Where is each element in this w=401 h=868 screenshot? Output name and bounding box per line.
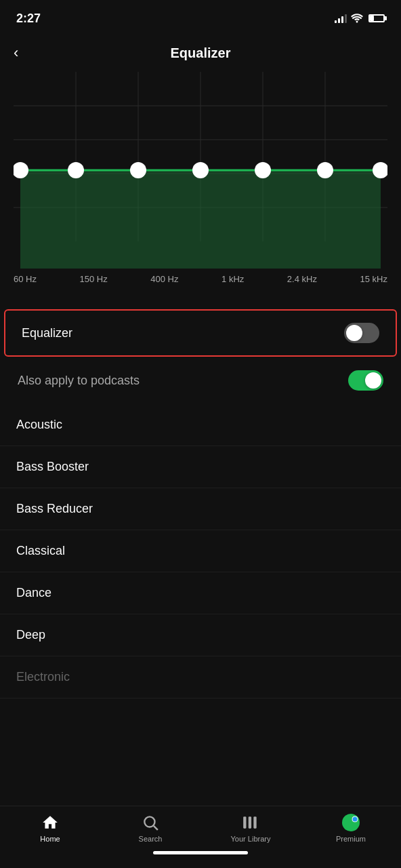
svg-rect-20 [249, 816, 251, 828]
svg-marker-9 [20, 170, 381, 269]
wifi-icon [351, 14, 363, 23]
equalizer-toggle-knob [346, 325, 362, 341]
nav-label-search: Search [139, 835, 163, 843]
preset-acoustic[interactable]: Acoustic [0, 404, 401, 446]
freq-150hz: 150 Hz [80, 274, 108, 284]
svg-point-24 [353, 817, 358, 822]
freq-60hz: 60 Hz [14, 274, 37, 284]
svg-rect-21 [253, 816, 256, 828]
svg-line-18 [154, 826, 158, 830]
freq-15khz: 15 kHz [360, 274, 387, 284]
home-icon [41, 813, 60, 832]
podcasts-toggle-label: Also apply to podcasts [18, 374, 140, 388]
svg-point-13 [192, 162, 209, 178]
premium-icon [341, 813, 360, 832]
svg-point-14 [255, 162, 271, 178]
battery-icon [368, 14, 385, 22]
bottom-nav: Home Search Your Library [0, 806, 401, 868]
back-button[interactable]: ‹ [14, 44, 18, 62]
svg-rect-19 [243, 816, 246, 828]
nav-label-home: Home [40, 835, 60, 843]
eq-chart[interactable] [14, 72, 387, 269]
nav-item-library[interactable]: Your Library [200, 813, 301, 843]
settings-section: Equalizer Also apply to podcasts [0, 309, 401, 404]
signal-icon [335, 14, 347, 23]
nav-item-home[interactable]: Home [0, 813, 100, 843]
nav-label-library: Your Library [231, 835, 271, 843]
eq-frequency-labels: 60 Hz 150 Hz 400 Hz 1 kHz 2.4 kHz 15 kHz [14, 269, 387, 284]
equalizer-toggle-row[interactable]: Equalizer [4, 309, 397, 357]
search-icon [141, 813, 160, 832]
preset-bass-reducer[interactable]: Bass Reducer [0, 488, 401, 530]
nav-item-premium[interactable]: Premium [301, 813, 401, 843]
preset-classical[interactable]: Classical [0, 530, 401, 572]
preset-deep[interactable]: Deep [0, 614, 401, 656]
freq-400hz: 400 Hz [150, 274, 178, 284]
nav-items: Home Search Your Library [0, 813, 401, 843]
status-time: 2:27 [16, 12, 41, 26]
equalizer-toggle-switch[interactable] [344, 323, 379, 343]
eq-chart-container: 60 Hz 150 Hz 400 Hz 1 kHz 2.4 kHz 15 kHz [0, 72, 401, 302]
header: ‹ Equalizer [0, 34, 401, 72]
preset-electronic[interactable]: Electronic [0, 656, 401, 698]
svg-point-11 [68, 162, 84, 178]
eq-svg [14, 72, 387, 269]
preset-bass-booster[interactable]: Bass Booster [0, 446, 401, 488]
nav-label-premium: Premium [336, 835, 366, 843]
page-title: Equalizer [171, 45, 231, 61]
podcasts-toggle-switch[interactable] [348, 370, 383, 391]
svg-point-12 [130, 162, 146, 178]
equalizer-toggle-label: Equalizer [22, 326, 72, 340]
freq-2.4khz: 2.4 kHz [287, 274, 317, 284]
status-icons [335, 14, 385, 23]
preset-dance[interactable]: Dance [0, 572, 401, 614]
podcasts-toggle-knob [365, 372, 381, 389]
library-icon [241, 813, 260, 832]
home-indicator [153, 851, 248, 854]
svg-point-17 [144, 816, 154, 827]
status-bar: 2:27 [0, 0, 401, 34]
preset-list: Acoustic Bass Booster Bass Reducer Class… [0, 404, 401, 698]
svg-point-15 [317, 162, 333, 178]
nav-item-search[interactable]: Search [100, 813, 200, 843]
podcasts-toggle-row[interactable]: Also apply to podcasts [0, 357, 401, 404]
freq-1khz: 1 kHz [221, 274, 244, 284]
